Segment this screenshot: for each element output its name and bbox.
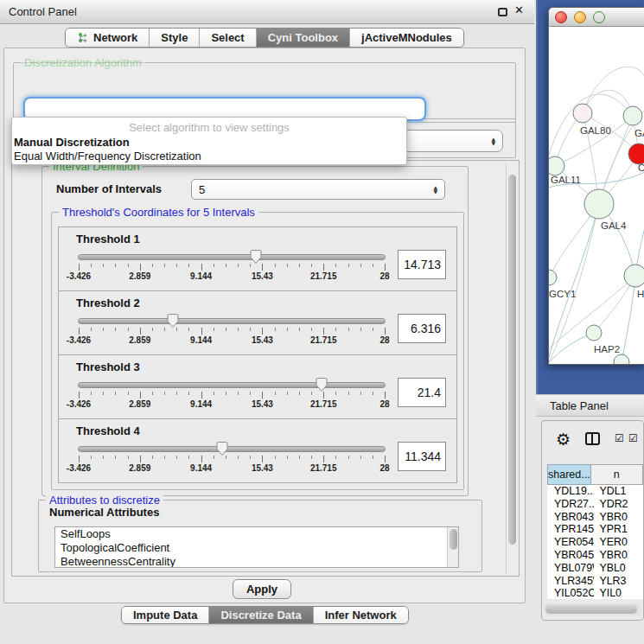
slider-track[interactable]	[78, 382, 386, 388]
traffic-light-close-icon[interactable]	[555, 11, 567, 23]
tab-infer-network[interactable]: Infer Network	[313, 607, 408, 623]
network-window-titlebar	[549, 8, 644, 27]
network-window[interactable]: GAL80GACGAL11GAL4GCY1HHAP2	[548, 7, 644, 365]
table-toolbar: ⚙ ☑ ☑	[542, 430, 643, 452]
checkbox-icon[interactable]: ☑	[615, 432, 624, 444]
network-node-c[interactable]	[628, 143, 644, 164]
popup-option-equal-width-frequency[interactable]: Equal Width/Frequency Discretization	[12, 150, 406, 163]
table-cell: YLR345W	[547, 575, 594, 588]
top-tab-bar: NetworkStyleSelectCyni ToolboxjActiveMNo…	[65, 28, 464, 48]
threshold-panel-4: Threshold 4-3.4262.8599.14415.4321.71528	[58, 418, 457, 483]
network-node-label: GAL4	[601, 220, 627, 231]
table-cell: YDL1	[594, 485, 643, 498]
gear-icon[interactable]: ⚙	[556, 430, 571, 449]
stepper-icon: ▲▼	[486, 137, 495, 145]
slider-thumb-icon[interactable]	[166, 313, 179, 328]
tab-select[interactable]: Select	[199, 29, 255, 47]
column-header-n[interactable]: n	[591, 464, 643, 485]
tab-label: Style	[161, 31, 188, 44]
list-item-topologicalcoefficient[interactable]: TopologicalCoefficient	[55, 541, 458, 555]
traffic-light-zoom-icon[interactable]	[593, 11, 605, 23]
table-cell: YBR043C	[547, 511, 594, 524]
node-table: shared...n YDL19...YDL1YDR27...YDR2YBR04…	[547, 464, 643, 599]
network-node-label: HAP2	[594, 344, 620, 354]
table-row[interactable]: YBR043CYBR0	[547, 511, 643, 524]
tab-style[interactable]: Style	[149, 29, 199, 47]
attributes-listbox[interactable]: SelfLoopsTopologicalCoefficientBetweenne…	[54, 526, 459, 568]
slider-thumb-icon[interactable]	[316, 377, 328, 392]
table-cell: YER0	[594, 536, 643, 549]
threshold-value-input[interactable]	[398, 314, 446, 343]
thresholds-group: Threshold's Coordinates for 5 Intervals …	[51, 212, 464, 490]
popup-option-manual-discretization[interactable]: Manual Discretization	[12, 136, 406, 150]
network-node-gal11[interactable]	[549, 156, 564, 175]
listbox-scrollbar[interactable]	[447, 527, 458, 567]
main-scrollbar[interactable]	[506, 163, 517, 574]
number-of-intervals-combobox[interactable]: 5 ▲▼	[191, 179, 445, 200]
list-item-selfloops[interactable]: SelfLoops	[55, 527, 458, 541]
close-icon[interactable]: ✕	[514, 3, 524, 16]
network-frame: GAL80GACGAL11GAL4GCY1HHAP2	[536, 0, 644, 394]
checkbox-icon[interactable]: ☑	[628, 432, 638, 444]
tab-cyni-toolbox[interactable]: Cyni Toolbox	[256, 29, 349, 47]
threshold-slider[interactable]: -3.4262.8599.14415.4321.71528	[76, 439, 387, 479]
slider-scale-label: 9.144	[190, 271, 212, 281]
apply-button[interactable]: Apply	[233, 579, 291, 599]
threshold-value-input[interactable]	[398, 442, 446, 471]
table-row[interactable]: YER054CYER0	[547, 536, 643, 549]
tab-label: Discretize Data	[220, 609, 301, 622]
tab-network[interactable]: Network	[66, 29, 149, 47]
table-row[interactable]: YIL052CYIL0	[547, 587, 643, 599]
network-node-gcy1[interactable]	[549, 270, 557, 285]
slider-scale-label: 2.859	[129, 271, 150, 281]
slider-thumb-icon[interactable]	[216, 441, 229, 456]
horizontal-scrollbar[interactable]	[544, 603, 641, 615]
table-row[interactable]: YDL19...YDL1	[547, 485, 643, 498]
slider-thumb-icon[interactable]	[249, 249, 262, 265]
threshold-slider[interactable]: -3.4262.8599.14415.4321.71528	[76, 247, 387, 287]
network-node-gal4[interactable]	[584, 189, 614, 219]
slider-track[interactable]	[78, 446, 386, 452]
traffic-light-minimize-icon[interactable]	[574, 11, 586, 23]
list-item-betweennesscentrality[interactable]: BetweennessCentrality	[55, 555, 458, 568]
slider-scale-label: 9.144	[190, 463, 212, 473]
threshold-slider[interactable]: -3.4262.8599.14415.4321.71528	[76, 311, 387, 351]
column-header-shared-[interactable]: shared...	[547, 464, 591, 485]
table-row[interactable]: YDR27...YDR2	[547, 498, 643, 511]
network-canvas[interactable]: GAL80GACGAL11GAL4GCY1HHAP2	[549, 27, 644, 365]
float-window-icon[interactable]	[498, 8, 507, 16]
slider-scale-label: -3.426	[67, 399, 91, 409]
slider-track[interactable]	[78, 254, 386, 260]
table-row[interactable]: YBL079WYBL0	[547, 562, 643, 575]
table-row[interactable]: YBR045CYBR0	[547, 549, 643, 562]
slider-scale-label: 2.859	[129, 335, 150, 345]
network-node-hap2[interactable]	[586, 325, 602, 341]
stepper-icon: ▲▼	[428, 185, 437, 194]
threshold-slider[interactable]: -3.4262.8599.14415.4321.71528	[76, 375, 387, 415]
tab-discretize-data[interactable]: Discretize Data	[208, 607, 312, 623]
tab-jactivemnodules[interactable]: jActiveMNodules	[349, 29, 463, 47]
network-node-h[interactable]	[624, 265, 644, 287]
table-row[interactable]: YLR345WYLR3	[547, 575, 643, 588]
numerical-attributes-label: Numerical Attributes	[49, 506, 159, 519]
tab-label: Cyni Toolbox	[268, 31, 338, 44]
split-view-icon[interactable]	[585, 432, 600, 445]
bottom-tab-bar: Impute DataDiscretize DataInfer Network	[121, 606, 409, 624]
table-row[interactable]: YPR145WYPR1	[547, 523, 643, 536]
table-cell: YIL052C	[547, 587, 594, 599]
slider-scale-label: -3.426	[67, 271, 91, 281]
tab-impute-data[interactable]: Impute Data	[122, 607, 208, 623]
slider-scale-label: 2.859	[129, 463, 150, 473]
network-node-label: H	[637, 289, 644, 299]
network-node-gal80[interactable]	[573, 104, 592, 123]
network-node-ga[interactable]	[623, 106, 642, 125]
tab-label: jActiveMNodules	[361, 31, 452, 44]
threshold-value-input[interactable]	[398, 378, 446, 407]
slider-track[interactable]	[78, 318, 386, 324]
network-node-label: GA	[634, 128, 644, 138]
control-panel-body: Discretization Algorithm Select algorith…	[3, 48, 526, 603]
network-node-unlabeled[interactable]	[614, 354, 629, 365]
threshold-panel-1: Threshold 1-3.4262.8599.14415.4321.71528	[58, 226, 457, 291]
threshold-value-input[interactable]	[398, 250, 446, 279]
group-title: Discretization Algorithm	[21, 56, 145, 69]
